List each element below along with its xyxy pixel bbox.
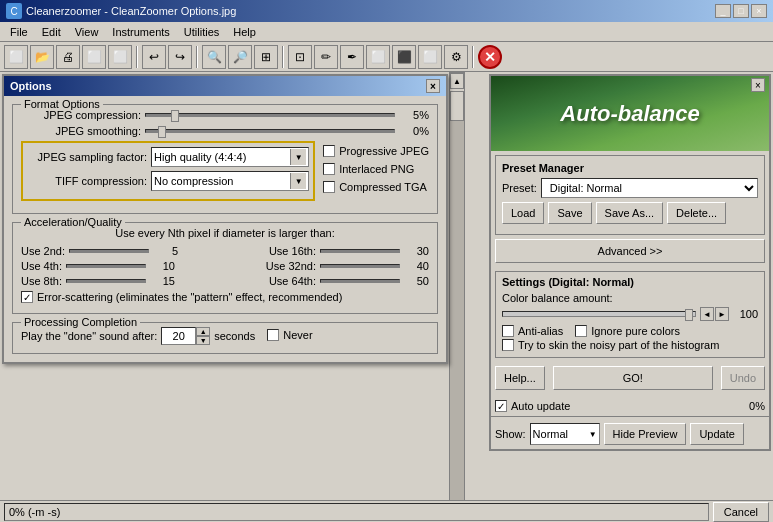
processing-row: Play the "done" sound after: ▲ ▼ seconds…: [21, 327, 429, 345]
use16th-slider[interactable]: [320, 249, 400, 253]
delete-button[interactable]: Delete...: [667, 202, 726, 224]
never-row: Never: [267, 329, 312, 341]
interlaced-png-label: Interlaced PNG: [339, 163, 414, 175]
show-combo-arrow: ▼: [589, 430, 597, 439]
compressed-tga-checkbox[interactable]: [323, 181, 335, 193]
preset-manager-label: Preset Manager: [502, 162, 758, 174]
jpeg-compression-slider[interactable]: [145, 113, 395, 117]
progressive-jpeg-checkbox[interactable]: [323, 145, 335, 157]
use32nd-slider[interactable]: [320, 264, 400, 268]
menu-utilities[interactable]: Utilities: [178, 25, 225, 39]
toolbar-btn-edit1[interactable]: ⊡: [288, 45, 312, 69]
jpeg-smoothing-slider[interactable]: [145, 129, 395, 133]
load-button[interactable]: Load: [502, 202, 544, 224]
menu-help[interactable]: Help: [227, 25, 262, 39]
toolbar-btn-new[interactable]: ⬜: [4, 45, 28, 69]
use4th-label: Use 4th:: [21, 260, 62, 272]
auto-update-pct: 0%: [749, 400, 765, 412]
toolbar-btn-zoom-out[interactable]: 🔎: [228, 45, 252, 69]
skin-noisy-label: Try to skin the noisy part of the histog…: [518, 339, 719, 351]
use8th-slider[interactable]: [66, 279, 146, 283]
advanced-button[interactable]: Advanced >>: [495, 239, 765, 263]
show-row: Show: Normal ▼ Hide Preview Update: [491, 419, 769, 449]
toolbar-btn-open[interactable]: 📂: [30, 45, 54, 69]
toolbar-btn-edit2[interactable]: ✏: [314, 45, 338, 69]
auto-update-checkbox[interactable]: [495, 400, 507, 412]
use64th-slider[interactable]: [320, 279, 400, 283]
update-button[interactable]: Update: [690, 423, 743, 445]
toolbar-btn-4[interactable]: ⬜: [82, 45, 106, 69]
ignore-pure-label: Ignore pure colors: [591, 325, 680, 337]
toolbar: ⬜ 📂 🖨 ⬜ ⬜ ↩ ↪ 🔍 🔎 ⊞ ⊡ ✏ ✒ ⬜ ⬛ ⬜ ⚙ ✕: [0, 42, 773, 72]
scroll-thumb[interactable]: [450, 91, 464, 121]
color-balance-slider[interactable]: [502, 311, 696, 317]
toolbar-btn-undo[interactable]: ↩: [142, 45, 166, 69]
show-combo[interactable]: Normal ▼: [530, 423, 600, 445]
scroll-up[interactable]: ▲: [450, 73, 464, 89]
scrollbar-v[interactable]: ▲ ▼: [449, 72, 465, 522]
dialog-close-button[interactable]: ×: [426, 79, 440, 93]
menu-edit[interactable]: Edit: [36, 25, 67, 39]
toolbar-btn-edit6[interactable]: ⬜: [418, 45, 442, 69]
toolbar-btn-edit4[interactable]: ⬜: [366, 45, 390, 69]
options-dialog: Options × Format Options JPEG compressio…: [2, 74, 448, 364]
use2nd-value: 5: [153, 245, 178, 257]
acceleration-subtitle: Use every Nth pixel if diameter is large…: [21, 227, 429, 239]
save-button[interactable]: Save: [548, 202, 591, 224]
menu-instruments[interactable]: Instruments: [106, 25, 175, 39]
never-checkbox[interactable]: [267, 329, 279, 341]
jpeg-sampling-arrow[interactable]: ▼: [290, 149, 306, 165]
close-button[interactable]: ×: [751, 4, 767, 18]
undo-button[interactable]: Undo: [721, 366, 765, 390]
anti-alias-checkbox[interactable]: [502, 325, 514, 337]
tiff-compression-row: TIFF compression: No compression ▼: [27, 171, 309, 191]
seconds-input[interactable]: [161, 327, 196, 345]
toolbar-btn-redo[interactable]: ↪: [168, 45, 192, 69]
show-value: Normal: [533, 428, 568, 440]
toolbar-btn-5[interactable]: ⬜: [108, 45, 132, 69]
menu-file[interactable]: File: [4, 25, 34, 39]
anti-alias-label: Anti-alias: [518, 325, 563, 337]
jpeg-sampling-combo[interactable]: High quality (4:4:4) ▼: [151, 147, 309, 167]
color-balance-value: 100: [733, 308, 758, 320]
preset-select[interactable]: Digital: Normal: [541, 178, 758, 198]
seconds-down[interactable]: ▼: [196, 336, 210, 345]
toolbar-btn-close-image[interactable]: ✕: [478, 45, 502, 69]
error-scattering-checkbox[interactable]: [21, 291, 33, 303]
hide-preview-button[interactable]: Hide Preview: [604, 423, 687, 445]
maximize-button[interactable]: □: [733, 4, 749, 18]
color-left-btn[interactable]: ◄: [700, 307, 714, 321]
use4th-slider[interactable]: [66, 264, 146, 268]
preset-manager: Preset Manager Preset: Digital: Normal L…: [495, 155, 765, 235]
right-dialog-close[interactable]: ×: [751, 78, 765, 92]
seconds-up[interactable]: ▲: [196, 327, 210, 336]
error-scattering-label: Error-scattering (eliminates the "patter…: [37, 291, 342, 303]
auto-update-label: Auto update: [511, 400, 570, 412]
tiff-compression-arrow[interactable]: ▼: [290, 173, 306, 189]
save-as-button[interactable]: Save As...: [596, 202, 664, 224]
progressive-jpeg-label: Progressive JPEG: [339, 145, 429, 157]
toolbar-btn-edit5[interactable]: ⬛: [392, 45, 416, 69]
cancel-button[interactable]: Cancel: [713, 502, 769, 522]
toolbar-btn-edit3[interactable]: ✒: [340, 45, 364, 69]
skin-noisy-checkbox[interactable]: [502, 339, 514, 351]
use8th-label: Use 8th:: [21, 275, 62, 287]
minimize-button[interactable]: _: [715, 4, 731, 18]
toolbar-btn-zoom-fit[interactable]: ⊞: [254, 45, 278, 69]
play-sound-label: Play the "done" sound after:: [21, 330, 157, 342]
toolbar-btn-zoom-in[interactable]: 🔍: [202, 45, 226, 69]
processing-group: Processing Completion Play the "done" so…: [12, 322, 438, 354]
help-button[interactable]: Help...: [495, 366, 545, 390]
toolbar-btn-settings[interactable]: ⚙: [444, 45, 468, 69]
go-button[interactable]: GO!: [553, 366, 713, 390]
use2nd-slider[interactable]: [69, 249, 149, 253]
seconds-spinbox[interactable]: ▲ ▼: [161, 327, 210, 345]
jpeg-compression-value: 5%: [399, 109, 429, 121]
menu-view[interactable]: View: [69, 25, 105, 39]
interlaced-png-checkbox[interactable]: [323, 163, 335, 175]
ignore-pure-checkbox[interactable]: [575, 325, 587, 337]
use16th-label: Use 16th:: [269, 245, 316, 257]
color-right-btn[interactable]: ►: [715, 307, 729, 321]
tiff-compression-combo[interactable]: No compression ▼: [151, 171, 309, 191]
toolbar-btn-print[interactable]: 🖨: [56, 45, 80, 69]
